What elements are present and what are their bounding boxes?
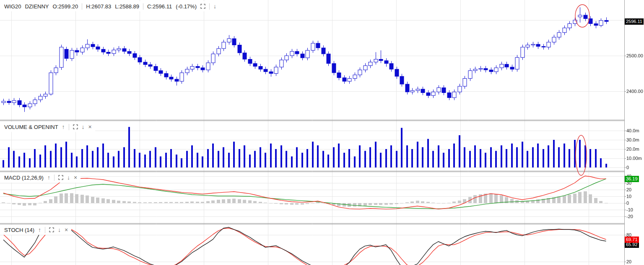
axis-tick-label: 10 bbox=[626, 194, 631, 199]
move-down-icon[interactable]: ↓ bbox=[82, 124, 85, 130]
trading-chart-app: WIG20 DZIENNY O:2599.20 H:2607.83 L:2588… bbox=[0, 0, 644, 265]
axis-tick-label: 20.0m bbox=[626, 147, 639, 152]
chart-canvas[interactable] bbox=[0, 0, 644, 265]
close-icon[interactable]: × bbox=[65, 227, 68, 233]
axis-tick-label: 30.0m bbox=[626, 137, 639, 143]
volume-title-label: VOLUME & OPENINT bbox=[4, 124, 58, 130]
close-icon[interactable]: × bbox=[88, 124, 92, 130]
close-value: C:2596.11 bbox=[147, 3, 172, 10]
title-divider bbox=[143, 3, 143, 10]
last-price-badge: 2596.11 bbox=[625, 18, 644, 25]
volume-panel-title: VOLUME & OPENINT ↑ ↓ × bbox=[0, 122, 95, 132]
axis-tick-label: 2400.00 bbox=[626, 89, 643, 94]
fullscreen-icon[interactable] bbox=[73, 124, 78, 129]
title-divider bbox=[54, 175, 55, 181]
close-icon[interactable]: × bbox=[74, 175, 77, 180]
axis-tick-label: -20 bbox=[626, 214, 633, 219]
fullscreen-icon[interactable] bbox=[49, 227, 54, 232]
macd-title-label: MACD (12,26,9) bbox=[4, 175, 44, 181]
macd-panel-title: MACD (12,26,9) ↑ ↓ × bbox=[0, 172, 80, 183]
stoch-title-label: STOCH (14) bbox=[4, 227, 34, 233]
symbol-label: WIG20 bbox=[4, 3, 21, 10]
fullscreen-icon[interactable] bbox=[58, 175, 63, 180]
move-down-icon[interactable]: ↓ bbox=[213, 3, 216, 9]
axis-tick-label: -10 bbox=[626, 207, 633, 213]
move-up-icon[interactable]: ↑ bbox=[62, 124, 65, 130]
move-down-icon[interactable]: ↓ bbox=[58, 227, 61, 233]
axis-tick-label: 0 bbox=[626, 165, 629, 170]
move-up-icon[interactable]: ↑ bbox=[47, 175, 50, 180]
axis-tick-label: 2500.00 bbox=[626, 53, 643, 59]
title-divider bbox=[69, 124, 69, 130]
stoch-panel-title: STOCH (14) ↑ ↓ × bbox=[0, 225, 71, 235]
low-value: L:2588.89 bbox=[115, 3, 139, 10]
price-panel-title: WIG20 DZIENNY O:2599.20 H:2607.83 L:2588… bbox=[0, 1, 220, 11]
axis-tick-label: 10.00m bbox=[626, 156, 642, 161]
title-divider bbox=[45, 227, 45, 233]
title-divider bbox=[209, 3, 210, 10]
move-up-icon[interactable]: ↑ bbox=[38, 227, 41, 233]
move-down-icon[interactable]: ↓ bbox=[67, 175, 70, 180]
macd-value-badge: 36.19 bbox=[625, 176, 639, 182]
axis-tick-label: 0 bbox=[626, 201, 629, 206]
axis-tick-label: 20 bbox=[626, 187, 631, 193]
axis-tick-label: 40.0m bbox=[626, 128, 639, 134]
axis-tick-label: 20 bbox=[626, 259, 631, 265]
fullscreen-icon[interactable] bbox=[200, 4, 205, 9]
timeframe-label: DZIENNY bbox=[25, 3, 49, 10]
change-value: (-0.17%) bbox=[176, 3, 197, 10]
high-value: H:2607.83 bbox=[86, 3, 111, 10]
title-divider bbox=[82, 3, 82, 10]
open-value: O:2599.20 bbox=[53, 3, 78, 10]
stoch-d-value-badge: 69.71 bbox=[625, 237, 639, 243]
